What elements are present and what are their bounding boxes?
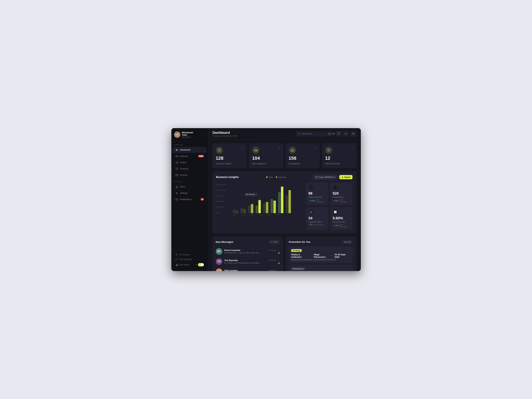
svg-rect-5 (176, 199, 178, 200)
stat-card-unpaid: ↗ 128 Customer Unpaid (213, 143, 247, 168)
message-item-0[interactable]: DC Donna Carpenter 24 min ago Good after… (216, 247, 280, 257)
refund-number: 12 (325, 156, 353, 161)
sidebar-item-delivery[interactable]: Delivery New (173, 153, 207, 159)
unpaid-number: 128 (216, 156, 244, 161)
svg-rect-45 (278, 192, 280, 213)
promo-card-1[interactable]: Coming Soon Hobby & Collection | 99 Big … (289, 265, 353, 271)
sidebar-item-store[interactable]: Store (173, 184, 207, 190)
support-icon (175, 253, 178, 256)
export-label: Export (345, 176, 350, 178)
svg-rect-47 (285, 195, 288, 213)
promo-card-0[interactable]: On Going Hobby & Collection | Mega Elect… (289, 247, 353, 263)
views-label: Product Views (333, 196, 350, 198)
customers-label: Unique Customers (309, 196, 326, 198)
orders-icon (175, 161, 178, 164)
svg-rect-43 (271, 199, 273, 213)
msg-avatar-2: OC (216, 268, 222, 271)
sidebar-item-settings[interactable]: ⚙ Settings (173, 190, 207, 196)
svg-rect-31 (236, 211, 238, 213)
messages-header: New Messages Filter (216, 240, 280, 244)
metric-card-views: 👁 520 Product Views ↓ 5.82% from yesterd… (330, 182, 353, 205)
sidebar-collapse-btn[interactable]: › (204, 133, 205, 136)
svg-point-55 (259, 200, 260, 201)
content-area: ↗ 128 Customer Unpaid ↗ 104 Need Shipmen… (208, 140, 361, 271)
date-picker-btn[interactable]: Today, 28/09/2022 ▾ (313, 175, 337, 180)
unpaid-link[interactable]: ↗ (242, 146, 243, 149)
insights-controls: Today, 28/09/2022 ▾ Export (313, 175, 353, 180)
svg-point-16 (293, 151, 293, 152)
svg-rect-32 (241, 208, 243, 213)
metric-card-conversion: 📊 5.60% Conversion Rate ↑ 1.20% from yes… (330, 207, 353, 230)
messages-section: New Messages Filter DC Donna Carpenter 2… (213, 237, 283, 271)
refund-icon (325, 146, 332, 154)
feedback-label: Add Feedback (179, 258, 192, 260)
onshipment-link[interactable]: ↗ (315, 146, 317, 149)
msg-content-2: Olive Carolina Yesterday You : Hello Oli… (224, 269, 276, 271)
notifications-icon (175, 198, 178, 201)
svg-rect-48 (288, 190, 291, 213)
svg-rect-11 (352, 133, 354, 135)
chat-icon-btn[interactable] (343, 131, 349, 137)
msg-content-0: Donna Carpenter 24 min ago Good afternoo… (224, 249, 276, 254)
stats-row: ↗ 128 Customer Unpaid ↗ 104 Need Shipmen… (213, 143, 356, 168)
msg-more-2[interactable]: ··· (278, 269, 280, 271)
sidebar-item-store-label: Store (180, 185, 185, 188)
svg-text:IDR 0: IDR 0 (216, 212, 220, 213)
calendar-icon-btn[interactable] (350, 131, 356, 137)
overview-section-label: OVERVIEW (171, 141, 208, 147)
theme-toggle-switch[interactable] (198, 263, 204, 266)
msg-more-1[interactable]: ··· (278, 259, 280, 262)
sidebar-item-finance[interactable]: Finance (173, 172, 207, 178)
conversion-label: Conversion Rate (333, 221, 350, 223)
shipment-link[interactable]: ↗ (279, 146, 280, 149)
page-subtitle: Thursday, 28 September 2022 (213, 135, 292, 137)
customers-value: 98 (309, 191, 326, 196)
notifications-icon-btn[interactable] (336, 131, 342, 137)
yesterday-dot (276, 177, 277, 178)
svg-text:IDR 10.000.000: IDR 10.000.000 (216, 190, 226, 191)
conversion-value: 5.60% (333, 216, 350, 220)
filter-btn[interactable]: Filter (268, 240, 280, 244)
export-btn[interactable]: Export (339, 175, 353, 179)
customers-metric-icon: ☺ (309, 185, 314, 190)
finance-icon (175, 174, 178, 177)
show-all-btn[interactable]: Show all (342, 240, 353, 244)
insights-title: Business Insights (216, 176, 239, 179)
chevron-down-icon: ▾ (334, 176, 336, 178)
svg-text:04.00: 04.00 (234, 214, 237, 216)
sidebar-item-orders[interactable]: Orders (173, 159, 207, 165)
svg-point-14 (256, 151, 257, 151)
svg-text:IDR 1.000.000: IDR 1.000.000 (216, 201, 225, 202)
app-container: MT Muhammad Tulus Becasual.id ⌃⌄ › OVERV… (171, 128, 361, 271)
message-item-1[interactable]: TR Tom Reynolds 08:32 Am Hi, I want to a… (216, 257, 280, 267)
kbd-cmd: ⌘ (328, 133, 331, 135)
sidebar-item-finance-label: Finance (180, 174, 188, 176)
insights-header: Business Insights Today Yesterday (216, 175, 353, 180)
sidebar-item-support[interactable]: Get Support (173, 252, 207, 257)
refund-link[interactable]: ↗ (352, 146, 353, 149)
sidebar-item-dashboard[interactable]: ⊞ Dashboard (173, 147, 207, 153)
svg-text:08.00: 08.00 (242, 214, 245, 216)
search-input[interactable] (302, 133, 326, 135)
search-bar[interactable]: ⌘ K (296, 131, 332, 136)
sidebar-item-products-label: Products (180, 167, 189, 170)
insights-chart: IDR50.000.000 IDR 10.000.000 IDR 5.000.0… (216, 182, 304, 219)
msg-more-0[interactable]: ··· (278, 249, 280, 252)
promotions-title: Promotion for You (289, 241, 310, 243)
sidebar-item-products[interactable]: Products (173, 166, 207, 172)
svg-text:IDR 2.650.000: IDR 2.650.000 (246, 194, 255, 195)
date-label: Today, 28/09/2022 (318, 176, 333, 178)
svg-text:16.00: 16.00 (259, 214, 262, 216)
legend-yesterday: Yesterday (276, 176, 286, 178)
sidebar-item-notifications[interactable]: Notifications 8 (173, 196, 207, 203)
message-item-2[interactable]: OC Olive Carolina Yesterday You : Hello … (216, 267, 280, 271)
profile-chevron[interactable]: ⌃⌄ (199, 133, 203, 136)
svg-rect-46 (281, 186, 283, 213)
kbd-k: K (332, 133, 335, 135)
svg-point-2 (177, 157, 178, 157)
customers-change: ↑ 16.00% from yesterday (309, 199, 326, 203)
profile-subtitle: Becasual.id (182, 136, 198, 138)
sidebar-item-dashboard-label: Dashboard (180, 149, 191, 151)
sidebar-profile[interactable]: MT Muhammad Tulus Becasual.id ⌃⌄ › (171, 132, 208, 141)
sidebar-item-feedback[interactable]: Add Feedback (173, 257, 207, 262)
